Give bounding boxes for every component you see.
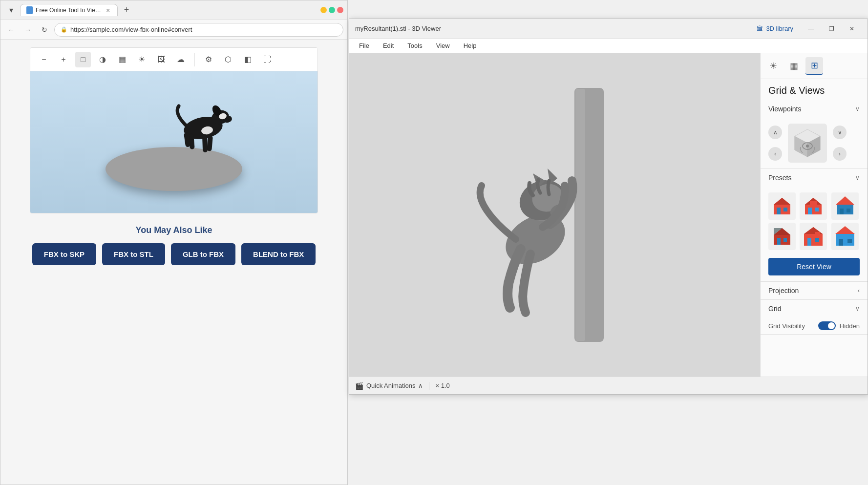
panel-title: Grid & Views [761,79,868,100]
viewpoints-chevron: ∨ [855,105,860,112]
color-button[interactable]: ◑ [95,52,110,67]
dog-figure [164,99,242,164]
grid-chevron: ∨ [855,305,860,312]
viewpoint-down-button[interactable]: ∨ [833,126,847,139]
panel-tab-lighting[interactable]: ☀ [764,57,782,75]
settings-button[interactable]: ⚙ [201,52,216,67]
grid-visibility-toggle[interactable] [818,321,836,330]
app-minimize-button[interactable]: — [801,21,821,36]
svg-marker-35 [836,196,854,205]
presets-grid [761,187,868,256]
refresh-button[interactable]: ↻ [38,23,51,37]
svg-marker-26 [774,198,790,205]
fbx-to-stl-button[interactable]: FBX to STL [102,243,165,265]
tab-bar: ▾ Free Online Tool to View 3D F8 ✕ + [4,3,318,17]
menu-tools[interactable]: Tools [402,40,428,51]
preset-5[interactable] [800,223,827,250]
zoom-out-button[interactable]: − [36,52,52,67]
svg-rect-11 [575,89,585,341]
app-titlebar: myResultant(1).stl - 3D Viewer 🏛 3D libr… [349,19,868,39]
browser-nav-bar: ← → ↻ 🔒 https://sample.com/view-fbx-onli… [0,20,347,40]
viewpoint-left-button[interactable]: ‹ [768,147,782,161]
browser-maximize-button[interactable] [329,7,335,13]
library-icon: 🏛 [757,25,763,32]
dog-scene [96,84,252,201]
preset-1[interactable] [768,192,796,220]
reset-view-button[interactable]: Reset View [768,258,860,275]
svg-rect-50 [839,239,843,246]
app-close-button[interactable]: ✕ [842,21,862,36]
viewpoint-right-button[interactable]: › [833,147,847,161]
panel-tab-grid[interactable]: ▦ [785,57,803,75]
browser-close-button[interactable] [337,7,343,13]
grid-button[interactable]: ▦ [114,52,130,67]
image-button[interactable]: 🖼 [153,52,169,67]
browser-tab-active[interactable]: Free Online Tool to View 3D F8 ✕ [20,4,118,16]
viewpoint-cube[interactable] [788,124,827,163]
projection-label: Projection [768,287,799,295]
split-button[interactable]: ◧ [240,52,255,67]
3d-library-button[interactable]: 🏛 3D library [753,23,797,34]
speed-label: × 1.0 [435,382,449,389]
back-button[interactable]: ← [4,23,18,37]
preset-4[interactable] [768,223,796,250]
svg-rect-28 [783,208,787,211]
url-text: https://sample.com/view-fbx-online#conve… [70,26,192,33]
suggestion-section: You May Also Like FBX to SKP FBX to STL … [30,225,318,265]
svg-rect-31 [808,208,812,214]
app-restore-button[interactable]: ❐ [822,21,841,36]
projection-collapse-icon[interactable]: ‹ [858,287,860,294]
web-3d-viewer: − + □ ◑ ▦ ☀ 🖼 ☁ ⚙ ⬡ ◧ ⛶ [30,47,318,213]
app-window-title: myResultant(1).stl - 3D Viewer [355,25,749,32]
svg-rect-36 [840,209,844,214]
animations-chevron[interactable]: ∧ [418,382,423,389]
viewpoint-area: ∧ ‹ [761,118,868,169]
grid-status-value: Hidden [840,322,860,330]
panel-tabs: ☀ ▦ ⊞ [761,53,868,79]
presets-header[interactable]: Presets ∨ [761,169,868,187]
preset-2[interactable] [800,192,827,220]
panel-tab-views[interactable]: ⊞ [805,57,823,75]
web-viewer-canvas[interactable] [30,71,318,213]
menu-edit[interactable]: Edit [377,40,400,51]
frame-button[interactable]: □ [75,52,91,67]
svg-rect-41 [783,238,787,242]
toggle-knob [828,322,835,329]
cube-button[interactable]: ⬡ [220,52,236,67]
status-divider [429,382,429,390]
tab-close-button[interactable]: ✕ [105,6,111,14]
browser-minimize-button[interactable] [320,7,327,13]
separator [194,53,195,66]
browser-titlebar: ▾ Free Online Tool to View 3D F8 ✕ + [0,0,347,20]
glb-to-fbx-button[interactable]: GLB to FBX [171,243,235,265]
animations-label: Quick Animations [366,382,415,389]
svg-rect-37 [847,209,850,212]
light-button[interactable]: ☀ [134,52,149,67]
suggestion-buttons: FBX to SKP FBX to STL GLB to FBX BLEND t… [30,243,318,265]
forward-button[interactable]: → [21,23,35,37]
grid-visibility-row: Grid Visibility Hidden [761,317,868,334]
grid-header[interactable]: Grid ∨ [761,300,868,317]
menu-file[interactable]: File [353,40,375,51]
viewpoints-header[interactable]: Viewpoints ∨ [761,100,868,118]
svg-rect-6 [202,136,208,152]
zoom-in-button[interactable]: + [56,52,71,67]
menu-view[interactable]: View [430,40,456,51]
new-tab-button[interactable]: + [120,3,133,17]
viewpoint-up-button[interactable]: ∧ [768,126,782,139]
upload-button[interactable]: ☁ [173,52,189,67]
viewer-app-window: myResultant(1).stl - 3D Viewer 🏛 3D libr… [349,19,868,395]
preset-6[interactable] [831,223,859,250]
preset-3[interactable] [831,192,859,220]
grid-label: Grid [768,305,781,313]
blend-to-fbx-button[interactable]: BLEND to FBX [241,243,316,265]
lock-icon: 🔒 [61,26,67,33]
svg-rect-47 [815,232,820,235]
browser-window: ▾ Free Online Tool to View 3D F8 ✕ + ← →… [0,0,348,485]
fullscreen-button[interactable]: ⛶ [259,52,275,67]
address-bar[interactable]: 🔒 https://sample.com/view-fbx-online#con… [54,23,343,37]
app-3d-viewport[interactable] [349,53,760,377]
tab-list-dropdown[interactable]: ▾ [4,3,18,17]
fbx-to-skp-button[interactable]: FBX to SKP [32,243,96,265]
menu-help[interactable]: Help [458,40,483,51]
